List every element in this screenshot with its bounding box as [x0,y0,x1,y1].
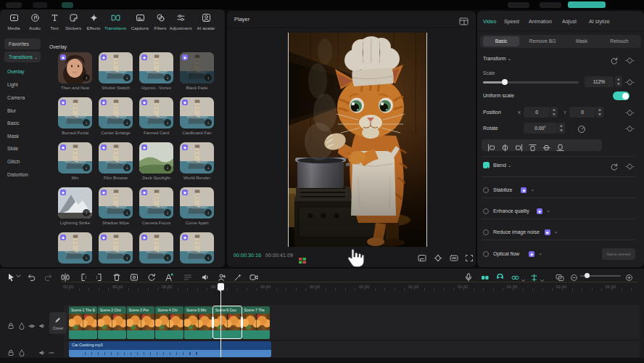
link-icon[interactable] [511,272,519,285]
uniform-scale-toggle[interactable] [613,91,629,100]
section-checkbox[interactable] [483,229,489,235]
sidebar-item-overlay[interactable]: Overlay [7,69,24,74]
subtab-basic[interactable]: Basic [483,36,519,46]
zoom-in-icon[interactable] [625,272,633,285]
selection-edge-left[interactable] [288,33,289,247]
titlebar-button-2[interactable] [540,2,561,8]
align-bottom-icon[interactable] [556,142,564,155]
rotate-stepper[interactable] [558,123,565,134]
sidebar-item-distortion[interactable]: Distortion [7,172,28,177]
transition-thumb-row5-18[interactable]: ◆↓ [139,232,173,264]
blend-reset-icon[interactable] [610,160,618,174]
blend-keyframe-icon[interactable] [625,160,635,174]
clip-handle-right[interactable] [241,317,243,328]
subtab-retouch[interactable]: Retouch [600,36,638,46]
transition-thumb-lightning-strike[interactable]: ◆↓ [58,187,92,219]
transition-thumb-mix[interactable]: ◆↓ [58,142,92,174]
video-track-spk-icon[interactable] [38,319,46,333]
align-center-h-icon[interactable] [501,142,509,155]
mic-icon[interactable] [464,272,473,285]
position-x-stepper[interactable] [550,107,558,118]
scale-keyframe-icon[interactable] [625,76,635,89]
sidebar-item-camera[interactable]: Camera [7,95,25,100]
toolbar-tab-effects[interactable]: Effects [81,12,106,34]
inspector-tab-speed[interactable]: Speed [504,18,519,25]
reset-icon[interactable] [610,54,618,68]
snap-icon[interactable] [481,272,489,285]
preview-wheel-icon[interactable] [556,272,564,285]
sidebar-item-light[interactable]: Light [7,82,18,87]
delete-icon[interactable] [112,272,121,285]
clip-handle-left[interactable] [212,317,214,328]
undo-icon[interactable] [28,272,36,285]
zoom-out-icon[interactable] [570,272,578,285]
scale-stepper[interactable] [615,76,622,87]
video-track-lock-icon[interactable] [7,319,15,333]
transition-thumb-world-render[interactable]: ◆↓ [180,142,214,174]
timeline-clip-6[interactable]: Scene 6 Cou [213,306,242,339]
video-preview[interactable] [289,33,426,247]
transition-thumb-shutter-switch[interactable]: ◆↓ [99,52,133,83]
cover-button[interactable]: Cover [49,312,67,334]
transition-thumb-row5-16[interactable]: ◆↓ [58,232,92,264]
transition-thumb-center-enlarge[interactable]: ◆↓ [99,97,133,129]
inspector-tab-ai-stylize[interactable]: AI stylize [589,18,610,25]
transition-thumb-burned-portal[interactable]: ◆↓ [58,97,92,129]
blend-checkbox[interactable] [483,162,490,168]
window-tools-icon[interactable] [33,2,47,8]
timeline-clip-3[interactable]: Scene 3 Pre [127,306,155,339]
toolbar-tab-adjustment[interactable]: Adjustment [168,12,193,34]
redo-icon[interactable] [44,272,52,285]
transition-thumb-then-and-now[interactable]: ◆↓ [58,52,92,83]
magnet-icon[interactable] [496,272,504,285]
timeline-clip-7[interactable]: Scene 7 The [242,306,271,339]
trim-right-icon[interactable] [95,272,104,285]
align-right-icon[interactable] [515,142,523,155]
transition-thumb-hypnot-vortex[interactable]: ◆↓ [139,52,173,83]
section-checkbox[interactable] [483,208,489,214]
video-track-drop-icon[interactable] [18,319,25,333]
inspector-tab-adjust[interactable]: Adjust [562,18,577,25]
timeline-clip-5[interactable]: Scene 5 Mix [184,306,212,339]
sidebar-item-basic[interactable]: Basic [7,121,20,126]
zoom-slider-knob[interactable] [585,273,590,278]
sidebar-group-transitions[interactable]: Transitions ⌄ [4,52,41,62]
transform-label[interactable]: Transform ⌄ [483,56,511,62]
transition-thumb-row5-19[interactable]: ◆↓ [180,232,214,264]
align-top-icon[interactable] [529,142,537,155]
align-middle-v-icon[interactable] [542,142,550,155]
toolbar-tab-ai-avatar[interactable]: AI avatar [194,12,218,34]
playhead-line[interactable] [220,283,221,357]
trim-left-icon[interactable] [79,272,88,285]
audio-clip[interactable]: Cat Cooking.mp3 [69,341,271,357]
export-button[interactable] [568,1,606,8]
position-x-value[interactable]: 0 [524,107,550,118]
split-icon[interactable] [61,272,70,285]
transition-thumb-black-fade[interactable]: ◆↓ [180,52,214,83]
cursor-tool-icon[interactable] [7,272,16,285]
freeze-frame-icon[interactable] [130,272,139,285]
rotate-keyframe-icon[interactable] [625,123,635,136]
playhead-handle[interactable] [218,283,224,290]
ratio-icon[interactable] [450,252,458,265]
window-menu-icon[interactable] [6,2,22,8]
titlebar-button-1[interactable] [508,2,529,8]
section-checkbox[interactable] [483,187,489,193]
reverse-icon[interactable] [147,272,156,285]
fullscreen-icon[interactable] [465,252,474,265]
preview-axis-icon[interactable] [530,272,538,285]
focus-icon[interactable] [434,252,442,265]
subtab-remove-bg[interactable]: Remove BG [522,36,563,46]
transition-thumb-camera-focus[interactable]: ◆↓ [139,187,173,219]
save-preset-button[interactable]: Save preset [602,248,635,260]
camera-track-icon[interactable] [249,272,258,285]
transition-thumb-come-apart[interactable]: ◆↓ [180,187,214,219]
scale-value[interactable]: 112% [585,76,614,87]
sidebar-favorites[interactable]: Favorites [4,38,41,49]
sidebar-item-glitch[interactable]: Glitch [7,159,20,164]
transition-thumb-film-browse[interactable]: ◆↓ [99,142,133,174]
inspector-tab-animation[interactable]: Animation [529,18,552,25]
rotate-dial-icon[interactable] [577,123,586,136]
section-enhance-quality[interactable]: Enhance quality◆⌄ [477,207,644,219]
scale-slider-knob[interactable] [502,79,508,85]
